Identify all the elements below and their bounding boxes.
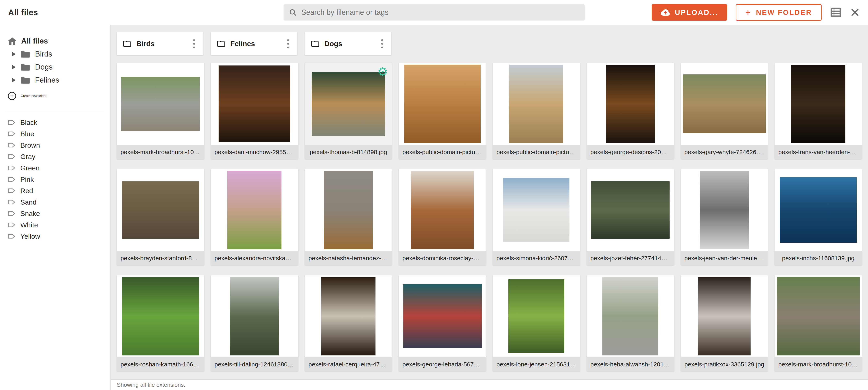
- file-card[interactable]: ⚙ pexels-mark-broadhurst-106690.jpg: [117, 63, 204, 159]
- file-thumbnail-area: [493, 63, 580, 145]
- upload-button[interactable]: UPLOAD...: [652, 4, 727, 21]
- file-card[interactable]: ⚙ pexels-rafael-cerqueira-4737508.jpg: [305, 275, 392, 371]
- file-name: pexels-simona-kidrič-2607544.jpg: [496, 255, 576, 262]
- tag-icon: [8, 154, 16, 160]
- folder-outline-icon: [217, 40, 225, 47]
- file-name-bar: pexels-lone-jensen-2156310.jpg: [493, 357, 580, 371]
- file-card[interactable]: ⚙ pexels-till-daling-12461880.jpg: [211, 275, 298, 371]
- tag-item-sand[interactable]: Sand: [0, 196, 110, 208]
- file-thumbnail: [121, 77, 200, 131]
- folder-icon: [21, 76, 30, 84]
- tag-icon: [8, 131, 16, 137]
- file-card[interactable]: ⚙ pexels-natasha-fernandez-733835...: [305, 169, 392, 265]
- file-name-bar: pexels-mark-broadhurst-106690.jpg: [117, 145, 204, 159]
- tag-item-green[interactable]: Green: [0, 162, 110, 174]
- file-name-bar: pexels-pratikxox-3365129.jpg: [681, 357, 768, 371]
- file-card[interactable]: ⚙ pexels-thomas-b-814898.jpg: [305, 63, 392, 159]
- tag-item-gray[interactable]: Gray: [0, 151, 110, 162]
- file-card[interactable]: ⚙ pexels-jean-van-der-meulen-2078...: [681, 169, 768, 265]
- file-name-bar: pexels-public-domain-pictures-41...: [399, 145, 486, 159]
- file-card[interactable]: ⚙ pexels-george-desipris-2055100.jpg: [587, 63, 674, 159]
- file-thumbnail: [227, 171, 281, 249]
- sidebar-item-all-files[interactable]: All files: [0, 35, 110, 47]
- file-thumbnail: [509, 65, 563, 143]
- tag-item-blue[interactable]: Blue: [0, 128, 110, 139]
- tag-item-red[interactable]: Red: [0, 185, 110, 196]
- file-card[interactable]: ⚙ pexels-public-domain-pictures-41...: [399, 63, 486, 159]
- file-thumbnail: [683, 74, 766, 133]
- folder-menu-button[interactable]: [191, 37, 197, 51]
- main-area: All files Birds Dogs Felines Create new …: [0, 25, 868, 390]
- sidebar: All files Birds Dogs Felines Create new …: [0, 25, 111, 390]
- file-thumbnail-area: [681, 169, 768, 251]
- file-card[interactable]: ⚙ pexels-gary-whyte-724626.jpg: [681, 63, 768, 159]
- file-card[interactable]: ⚙ pexels-public-domain-pictures-41...: [493, 63, 580, 159]
- file-card[interactable]: ⚙ pexels-heba-alwahsh-12011987.jpg: [587, 275, 674, 371]
- file-name: pexels-george-desipris-2055100.jpg: [590, 149, 671, 156]
- sidebar-item-felines[interactable]: Felines: [0, 74, 110, 87]
- sidebar-folder-label: Felines: [35, 76, 59, 85]
- file-thumbnail-area: [211, 63, 298, 145]
- file-thumbnail-area: [681, 275, 768, 357]
- sidebar-folder-label: Dogs: [35, 63, 53, 71]
- file-thumbnail-area: [117, 63, 204, 145]
- file-name: pexels-public-domain-pictures-41...: [496, 149, 576, 156]
- folder-menu-button[interactable]: [285, 37, 291, 51]
- file-card[interactable]: ⚙ pexels-frans-van-heerden-191217...: [775, 63, 862, 159]
- list-view-icon: [830, 7, 841, 18]
- tag-item-pink[interactable]: Pink: [0, 174, 110, 185]
- home-icon: [8, 37, 17, 45]
- file-name: pexels-rafael-cerqueira-4737508.jpg: [309, 361, 389, 368]
- file-name: pexels-brayden-stanford-8521834....: [121, 255, 200, 262]
- tag-item-white[interactable]: White: [0, 219, 110, 231]
- tag-icon: [8, 210, 16, 217]
- folder-chip-felines[interactable]: Felines: [211, 32, 297, 55]
- folder-chip-birds[interactable]: Birds: [117, 32, 203, 55]
- plus-circle-icon: [8, 92, 16, 100]
- file-name-bar: pexels-natasha-fernandez-733835...: [305, 251, 392, 265]
- tag-item-yellow[interactable]: Yellow: [0, 231, 110, 242]
- new-folder-button[interactable]: + NEW FOLDER: [736, 4, 822, 21]
- sidebar-item-birds[interactable]: Birds: [0, 47, 110, 61]
- close-icon: [850, 7, 860, 17]
- expand-caret-icon[interactable]: [12, 65, 16, 69]
- file-thumbnail-area: [587, 169, 674, 251]
- folder-chip-dogs[interactable]: Dogs: [305, 32, 391, 55]
- expand-caret-icon[interactable]: [12, 78, 16, 83]
- file-name: pexels-jean-van-der-meulen-2078...: [684, 255, 765, 262]
- file-card[interactable]: ⚙ pexels-lone-jensen-2156310.jpg: [493, 275, 580, 371]
- file-card[interactable]: ⚙ pexels-jozef-fehér-2774140.jpg: [587, 169, 674, 265]
- sidebar-item-dogs[interactable]: Dogs: [0, 61, 110, 74]
- tag-icon: [8, 199, 16, 205]
- file-card[interactable]: ⚙ pexels-inchs-11608139.jpg: [775, 169, 862, 265]
- file-card[interactable]: ⚙ pexels-pratikxox-3365129.jpg: [681, 275, 768, 371]
- file-card[interactable]: ⚙ pexels-dominika-roseclay-895259....: [399, 169, 486, 265]
- content-area: Birds Felines Dogs ⚙ pexels-mark-broadhu…: [111, 25, 868, 380]
- tag-label: Yellow: [20, 232, 40, 240]
- expand-caret-icon[interactable]: [12, 52, 16, 56]
- tag-item-snake[interactable]: Snake: [0, 208, 110, 219]
- create-new-folder-button[interactable]: Create new folder: [0, 90, 110, 102]
- search-bar[interactable]: [283, 4, 585, 21]
- file-card[interactable]: ⚙ pexels-brayden-stanford-8521834....: [117, 169, 204, 265]
- tag-label: Brown: [20, 141, 40, 149]
- folder-icon: [21, 50, 30, 58]
- file-card[interactable]: ⚙ pexels-dani-muchow-2955703.jpg: [211, 63, 298, 159]
- file-card[interactable]: ⚙ pexels-george-lebada-567540.jpg: [399, 275, 486, 371]
- file-thumbnail: [230, 277, 279, 355]
- tag-icon: [8, 176, 16, 183]
- search-input[interactable]: [301, 8, 580, 17]
- file-card[interactable]: ⚙ pexels-alexandra-novitskaya-2951...: [211, 169, 298, 265]
- folder-menu-button[interactable]: [379, 37, 385, 51]
- list-view-toggle-button[interactable]: [830, 7, 841, 18]
- close-button[interactable]: [850, 7, 860, 17]
- tag-item-brown[interactable]: Brown: [0, 139, 110, 151]
- file-thumbnail: [700, 171, 749, 249]
- plus-icon: +: [745, 8, 752, 17]
- file-name: pexels-inchs-11608139.jpg: [782, 255, 855, 262]
- file-card[interactable]: ⚙ pexels-roshan-kamath-1661179.jpg: [117, 275, 204, 371]
- tag-item-black[interactable]: Black: [0, 117, 110, 128]
- file-card[interactable]: ⚙ pexels-mark-broadhurst-105804.jpg: [775, 275, 862, 371]
- file-name-bar: pexels-till-daling-12461880.jpg: [211, 357, 298, 371]
- file-card[interactable]: ⚙ pexels-simona-kidrič-2607544.jpg: [493, 169, 580, 265]
